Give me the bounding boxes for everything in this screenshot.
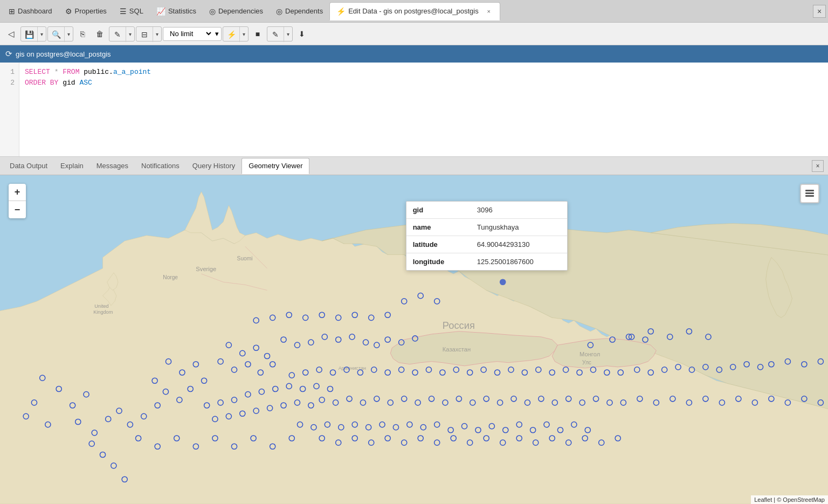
bottom-panel-close[interactable]: × <box>812 160 824 172</box>
download-button[interactable]: ⬇ <box>294 26 310 42</box>
sql-orderby-kw: ORDER BY <box>25 79 58 87</box>
tab-statistics-label: Statistics <box>168 7 196 15</box>
tab-geometry-viewer-label: Geometry Viewer <box>249 162 302 170</box>
tab-explain[interactable]: Explain <box>54 158 90 174</box>
tab-dependencies[interactable]: ◎ Dependencies <box>203 2 270 20</box>
svg-text:United: United <box>94 303 108 309</box>
attribution-text: Leaflet | © OpenStreetMap <box>754 496 825 503</box>
tab-query-history-label: Query History <box>192 162 235 170</box>
filter-button-group: ⊟ ▾ <box>136 26 162 42</box>
search-arrow[interactable]: ▾ <box>64 27 73 42</box>
sql-schema: public. <box>84 68 113 76</box>
popup-key: gid <box>406 202 471 219</box>
layers-icon <box>804 189 815 198</box>
connection-icon: ⟳ <box>5 49 12 59</box>
sql-col: gid <box>63 79 79 87</box>
execute-button-group: ⚡ ▾ <box>223 26 249 42</box>
bottom-panel: Data Output Explain Messages Notificatio… <box>0 157 828 504</box>
limit-select-wrap[interactable]: No limit 10 rows 50 rows 100 rows 500 ro… <box>163 27 222 41</box>
svg-rect-227 <box>805 192 814 194</box>
svg-rect-228 <box>805 195 814 197</box>
svg-text:Улс: Улс <box>582 360 591 365</box>
tab-query-history[interactable]: Query History <box>186 158 242 174</box>
filter-button[interactable]: ⊟ <box>136 27 153 42</box>
sql-from-kw: FROM <box>63 68 79 76</box>
pen-button[interactable]: ✎ <box>267 27 284 42</box>
tab-edit-data-label: Edit Data - gis on postgres@local_postgi… <box>348 7 479 15</box>
dashboard-icon: ⊞ <box>9 7 15 16</box>
stop-button[interactable]: ■ <box>250 26 266 42</box>
edit-data-icon: ⚡ <box>336 7 346 16</box>
zoom-in-button[interactable]: + <box>9 184 26 201</box>
tab-messages-label: Messages <box>96 162 128 170</box>
filter-arrow[interactable]: ▾ <box>153 27 161 42</box>
delete-button[interactable]: 🗑 <box>92 26 108 42</box>
popup-row: longitude125.25001867600 <box>406 253 567 271</box>
popup-value: 3096 <box>471 202 567 219</box>
edit-button[interactable]: ✎ <box>109 27 126 42</box>
statistics-icon: 📈 <box>156 7 165 16</box>
tab-dependents[interactable]: ◎ Dependents <box>270 2 329 20</box>
zoom-out-button[interactable]: − <box>9 201 26 218</box>
popup-value: 64.90044293130 <box>471 236 567 253</box>
svg-rect-226 <box>805 190 814 191</box>
save-button[interactable]: 💾 <box>21 27 37 42</box>
sql-editor: 1 2 SELECT * FROM public.a_a_point ORDER… <box>0 63 828 157</box>
popup-scroll-area[interactable]: gid3096nameTunguskhayalatitude64.9004429… <box>406 202 567 270</box>
tab-geometry-viewer[interactable]: Geometry Viewer <box>242 158 309 174</box>
save-arrow[interactable]: ▾ <box>37 27 46 42</box>
tab-notifications[interactable]: Notifications <box>135 158 186 174</box>
layer-button[interactable] <box>800 184 819 203</box>
tab-bar: ⊞ Dashboard ⚙ Properties ☰ SQL 📈 Statist… <box>0 0 828 23</box>
map-zoom-control: + − <box>9 184 26 218</box>
tab-data-output[interactable]: Data Output <box>3 158 54 174</box>
tab-edit-data-close[interactable]: × <box>485 7 493 16</box>
sql-line-1: SELECT * FROM public.a_a_point <box>25 67 823 78</box>
execute-button[interactable]: ⚡ <box>223 27 239 42</box>
map-container[interactable]: Россия Sverige Suomi Norge United Kingdo… <box>0 175 828 504</box>
pen-button-group: ✎ ▾ <box>267 26 293 42</box>
line-numbers: 1 2 <box>0 63 19 156</box>
svg-text:Sverige: Sverige <box>196 266 216 272</box>
save-button-group: 💾 ▾ <box>20 26 46 42</box>
tab-edit-data[interactable]: ⚡ Edit Data - gis on postgres@local_post… <box>329 2 500 20</box>
edit-arrow[interactable]: ▾ <box>126 27 134 42</box>
connection-bar: ⟳ gis on postgres@local_postgis <box>0 45 828 63</box>
search-button[interactable]: 🔍 <box>48 27 64 42</box>
window-close-button[interactable]: × <box>813 5 826 18</box>
popup-row: latitude64.90044293130 <box>406 236 567 253</box>
sql-asc: ASC <box>79 79 92 87</box>
popup-key: latitude <box>406 236 471 253</box>
popup-value: 125.25001867600 <box>471 253 567 271</box>
nav-back-button[interactable]: ◁ <box>3 26 19 42</box>
properties-icon: ⚙ <box>65 7 72 16</box>
map-popup: gid3096nameTunguskhayalatitude64.9004429… <box>406 201 568 271</box>
search-button-group: 🔍 ▾ <box>47 26 73 42</box>
execute-arrow[interactable]: ▾ <box>239 27 248 42</box>
tab-notifications-label: Notifications <box>141 162 180 170</box>
toolbar: ◁ 💾 ▾ 🔍 ▾ ⎘ 🗑 ✎ ▾ ⊟ ▾ No limit 10 rows 5… <box>0 23 828 45</box>
map-attribution: Leaflet | © OpenStreetMap <box>751 495 828 504</box>
line-num-1: 1 <box>4 67 15 78</box>
edit-button-group: ✎ ▾ <box>109 26 135 42</box>
sql-content[interactable]: SELECT * FROM public.a_a_point ORDER BY … <box>19 63 828 156</box>
sql-icon: ☰ <box>120 7 127 16</box>
popup-value: Tunguskhaya <box>471 219 567 236</box>
tab-dependencies-label: Dependencies <box>218 7 263 15</box>
tab-dashboard[interactable]: ⊞ Dashboard <box>2 2 59 20</box>
pen-arrow[interactable]: ▾ <box>284 27 292 42</box>
tab-sql[interactable]: ☰ SQL <box>113 2 150 20</box>
limit-select[interactable]: No limit 10 rows 50 rows 100 rows 500 ro… <box>165 29 213 38</box>
svg-text:Россия: Россия <box>443 320 475 331</box>
popup-key: longitude <box>406 253 471 271</box>
tab-statistics[interactable]: 📈 Statistics <box>150 2 203 20</box>
svg-text:Norge: Norge <box>163 274 178 280</box>
dependencies-icon: ◎ <box>209 7 216 16</box>
tab-messages[interactable]: Messages <box>90 158 135 174</box>
limit-arrow-icon: ▾ <box>215 30 219 38</box>
dependents-icon: ◎ <box>276 7 282 16</box>
tab-properties[interactable]: ⚙ Properties <box>59 2 113 20</box>
connection-label: gis on postgres@local_postgis <box>16 50 111 58</box>
copy-row-button[interactable]: ⎘ <box>74 26 91 42</box>
tab-sql-label: SQL <box>129 7 143 15</box>
